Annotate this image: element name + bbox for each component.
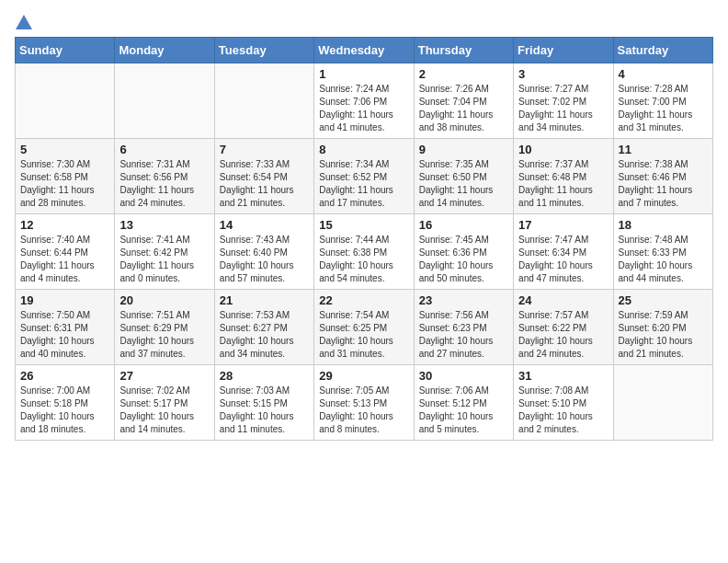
day-info: Sunrise: 7:03 AM Sunset: 5:15 PM Dayligh… [220, 385, 309, 436]
calendar-week-row: 12Sunrise: 7:40 AM Sunset: 6:44 PM Dayli… [16, 214, 713, 290]
day-info: Sunrise: 7:54 AM Sunset: 6:25 PM Dayligh… [319, 309, 408, 361]
day-of-week-header: Thursday [414, 38, 513, 63]
day-number: 12 [20, 218, 109, 232]
logo [15, 15, 33, 26]
day-number: 29 [319, 369, 408, 383]
calendar-cell: 8Sunrise: 7:34 AM Sunset: 6:52 PM Daylig… [314, 139, 414, 214]
day-info: Sunrise: 7:26 AM Sunset: 7:04 PM Dayligh… [419, 83, 508, 134]
day-info: Sunrise: 7:33 AM Sunset: 6:54 PM Dayligh… [220, 158, 309, 210]
calendar-table: SundayMondayTuesdayWednesdayThursdayFrid… [15, 37, 713, 441]
day-number: 23 [419, 293, 508, 307]
day-info: Sunrise: 7:31 AM Sunset: 6:56 PM Dayligh… [119, 158, 209, 210]
calendar-cell [613, 365, 712, 441]
day-of-week-header: Tuesday [214, 38, 313, 63]
day-number: 2 [419, 67, 508, 81]
day-info: Sunrise: 7:56 AM Sunset: 6:23 PM Dayligh… [419, 309, 508, 361]
day-of-week-header: Monday [115, 38, 214, 63]
day-info: Sunrise: 7:57 AM Sunset: 6:22 PM Dayligh… [518, 309, 608, 361]
day-number: 21 [220, 293, 309, 307]
calendar-cell: 28Sunrise: 7:03 AM Sunset: 5:15 PM Dayli… [214, 365, 313, 441]
day-number: 20 [119, 293, 209, 307]
day-number: 25 [619, 293, 708, 307]
day-info: Sunrise: 7:34 AM Sunset: 6:52 PM Dayligh… [319, 158, 408, 210]
calendar-cell: 27Sunrise: 7:02 AM Sunset: 5:17 PM Dayli… [115, 365, 214, 441]
calendar-cell: 11Sunrise: 7:38 AM Sunset: 6:46 PM Dayli… [613, 139, 712, 214]
day-info: Sunrise: 7:02 AM Sunset: 5:17 PM Dayligh… [119, 385, 209, 436]
day-of-week-header: Friday [514, 38, 613, 63]
svg-marker-0 [16, 15, 32, 29]
day-number: 16 [419, 218, 508, 232]
day-info: Sunrise: 7:08 AM Sunset: 5:10 PM Dayligh… [518, 385, 608, 436]
day-info: Sunrise: 7:30 AM Sunset: 6:58 PM Dayligh… [20, 158, 109, 210]
day-info: Sunrise: 7:44 AM Sunset: 6:38 PM Dayligh… [319, 234, 408, 285]
calendar-cell [214, 63, 313, 139]
day-info: Sunrise: 7:28 AM Sunset: 7:00 PM Dayligh… [619, 83, 708, 134]
calendar-cell: 29Sunrise: 7:05 AM Sunset: 5:13 PM Dayli… [314, 365, 414, 441]
day-info: Sunrise: 7:24 AM Sunset: 7:06 PM Dayligh… [319, 83, 408, 134]
calendar-cell: 31Sunrise: 7:08 AM Sunset: 5:10 PM Dayli… [514, 365, 613, 441]
calendar-cell: 14Sunrise: 7:43 AM Sunset: 6:40 PM Dayli… [214, 214, 313, 290]
calendar-cell: 24Sunrise: 7:57 AM Sunset: 6:22 PM Dayli… [514, 290, 613, 365]
calendar-cell: 25Sunrise: 7:59 AM Sunset: 6:20 PM Dayli… [613, 290, 712, 365]
day-of-week-header: Wednesday [314, 38, 414, 63]
calendar-cell: 26Sunrise: 7:00 AM Sunset: 5:18 PM Dayli… [16, 365, 115, 441]
day-number: 4 [619, 67, 708, 81]
calendar-cell: 1Sunrise: 7:24 AM Sunset: 7:06 PM Daylig… [314, 63, 414, 139]
day-number: 15 [319, 218, 408, 232]
day-number: 26 [20, 369, 109, 383]
day-number: 7 [220, 143, 309, 156]
day-number: 1 [319, 67, 408, 81]
day-info: Sunrise: 7:35 AM Sunset: 6:50 PM Dayligh… [419, 158, 508, 210]
calendar-cell: 2Sunrise: 7:26 AM Sunset: 7:04 PM Daylig… [414, 63, 513, 139]
day-info: Sunrise: 7:06 AM Sunset: 5:12 PM Dayligh… [419, 385, 508, 436]
day-info: Sunrise: 7:05 AM Sunset: 5:13 PM Dayligh… [319, 385, 408, 436]
page-header [15, 15, 713, 26]
calendar-cell: 6Sunrise: 7:31 AM Sunset: 6:56 PM Daylig… [115, 139, 214, 214]
day-info: Sunrise: 7:50 AM Sunset: 6:31 PM Dayligh… [20, 309, 109, 361]
calendar-cell: 16Sunrise: 7:45 AM Sunset: 6:36 PM Dayli… [414, 214, 513, 290]
day-info: Sunrise: 7:47 AM Sunset: 6:34 PM Dayligh… [518, 234, 608, 285]
day-info: Sunrise: 7:38 AM Sunset: 6:46 PM Dayligh… [619, 158, 708, 210]
logo-icon [16, 15, 32, 29]
calendar-cell: 9Sunrise: 7:35 AM Sunset: 6:50 PM Daylig… [414, 139, 513, 214]
day-info: Sunrise: 7:37 AM Sunset: 6:48 PM Dayligh… [518, 158, 608, 210]
day-number: 27 [119, 369, 209, 383]
calendar-cell [115, 63, 214, 139]
day-number: 18 [619, 218, 708, 232]
calendar-cell: 7Sunrise: 7:33 AM Sunset: 6:54 PM Daylig… [214, 139, 313, 214]
calendar-cell: 12Sunrise: 7:40 AM Sunset: 6:44 PM Dayli… [16, 214, 115, 290]
day-number: 10 [518, 143, 608, 156]
day-info: Sunrise: 7:48 AM Sunset: 6:33 PM Dayligh… [619, 234, 708, 285]
day-number: 5 [20, 143, 109, 156]
day-number: 13 [119, 218, 209, 232]
day-number: 11 [619, 143, 708, 156]
day-of-week-header: Sunday [16, 38, 115, 63]
calendar-cell: 30Sunrise: 7:06 AM Sunset: 5:12 PM Dayli… [414, 365, 513, 441]
calendar-cell [16, 63, 115, 139]
calendar-cell: 20Sunrise: 7:51 AM Sunset: 6:29 PM Dayli… [115, 290, 214, 365]
calendar-cell: 13Sunrise: 7:41 AM Sunset: 6:42 PM Dayli… [115, 214, 214, 290]
calendar-cell: 17Sunrise: 7:47 AM Sunset: 6:34 PM Dayli… [514, 214, 613, 290]
day-info: Sunrise: 7:00 AM Sunset: 5:18 PM Dayligh… [20, 385, 109, 436]
day-info: Sunrise: 7:40 AM Sunset: 6:44 PM Dayligh… [20, 234, 109, 285]
day-number: 28 [220, 369, 309, 383]
day-number: 17 [518, 218, 608, 232]
calendar-week-row: 19Sunrise: 7:50 AM Sunset: 6:31 PM Dayli… [16, 290, 713, 365]
day-number: 3 [518, 67, 608, 81]
calendar-cell: 19Sunrise: 7:50 AM Sunset: 6:31 PM Dayli… [16, 290, 115, 365]
calendar-week-row: 26Sunrise: 7:00 AM Sunset: 5:18 PM Dayli… [16, 365, 713, 441]
calendar-week-row: 1Sunrise: 7:24 AM Sunset: 7:06 PM Daylig… [16, 63, 713, 139]
day-number: 31 [518, 369, 608, 383]
day-number: 30 [419, 369, 508, 383]
day-number: 19 [20, 293, 109, 307]
calendar-cell: 21Sunrise: 7:53 AM Sunset: 6:27 PM Dayli… [214, 290, 313, 365]
calendar-cell: 23Sunrise: 7:56 AM Sunset: 6:23 PM Dayli… [414, 290, 513, 365]
day-of-week-header: Saturday [613, 38, 712, 63]
day-number: 8 [319, 143, 408, 156]
day-number: 22 [319, 293, 408, 307]
day-info: Sunrise: 7:53 AM Sunset: 6:27 PM Dayligh… [220, 309, 309, 361]
calendar-cell: 4Sunrise: 7:28 AM Sunset: 7:00 PM Daylig… [613, 63, 712, 139]
calendar-cell: 10Sunrise: 7:37 AM Sunset: 6:48 PM Dayli… [514, 139, 613, 214]
day-number: 6 [119, 143, 209, 156]
day-info: Sunrise: 7:45 AM Sunset: 6:36 PM Dayligh… [419, 234, 508, 285]
